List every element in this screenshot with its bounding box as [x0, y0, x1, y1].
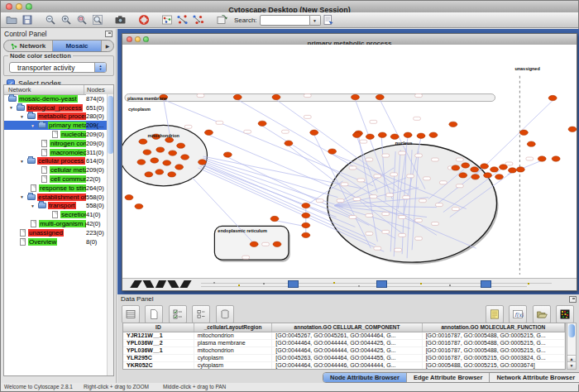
- tree-row[interactable]: secretion41(0): [4, 210, 108, 219]
- save-session-icon[interactable]: [19, 13, 35, 27]
- tree-row[interactable]: unassigned223(0): [4, 228, 108, 237]
- node-color-select[interactable]: transporter activity ▲▼: [9, 62, 107, 73]
- search-dropdown-icon[interactable]: ▼: [310, 15, 321, 26]
- network-node: [538, 156, 546, 161]
- scroll-down-icon[interactable]: ▼: [567, 361, 576, 369]
- node-label-chip: [244, 130, 251, 133]
- table-row[interactable]: YPL036W__1mitochondrion[GO:0044464, GO:0…: [123, 347, 565, 355]
- float-panel-icon[interactable]: [105, 31, 112, 37]
- tree-row[interactable]: ▼primary metabo209(...: [4, 121, 108, 130]
- tree-row[interactable]: multi-organism pro42(0): [4, 219, 108, 228]
- zoom-fit-icon[interactable]: [89, 13, 105, 27]
- node-label-chip: [242, 256, 250, 259]
- import-network-icon[interactable]: [213, 13, 229, 27]
- tab-scroll-right-icon[interactable]: ▶: [102, 41, 113, 51]
- table-cell: mitochondrion: [194, 332, 273, 339]
- tree-row-count: 874(0): [86, 94, 108, 103]
- tab-network[interactable]: Network: [4, 41, 53, 51]
- expand-triangle-icon[interactable]: ▼: [20, 194, 27, 199]
- matrix-icon[interactable]: [556, 305, 574, 323]
- table-row[interactable]: YLR295Ccytoplasm[GO:0045263, GO:0044464,…: [123, 355, 565, 362]
- zoom-in-icon[interactable]: [58, 13, 74, 27]
- notepad-icon[interactable]: [486, 305, 504, 323]
- network-node: [145, 172, 153, 177]
- tree-scrollbar[interactable]: [107, 94, 113, 375]
- tab-edge-attribute-browser[interactable]: Edge Attribute Browser: [407, 373, 490, 382]
- apply-vizmap-icon[interactable]: [190, 13, 206, 27]
- help-icon[interactable]: [136, 13, 151, 27]
- network-view-titlebar[interactable]: primary metabolic process: [122, 34, 577, 45]
- network-node: [302, 232, 310, 237]
- search-input[interactable]: [260, 15, 310, 26]
- tree-row[interactable]: nitrogen compo209(0): [4, 139, 108, 148]
- data-panel-title: Data Panel: [121, 295, 154, 303]
- table-scrollbar[interactable]: ▲ ▼: [567, 323, 577, 370]
- table-column-header[interactable]: _cellularLayoutRegion: [194, 323, 273, 332]
- new-attribute-icon[interactable]: [145, 305, 163, 323]
- formula-builder-icon[interactable]: f(x): [509, 305, 527, 323]
- network-file-icon: [52, 131, 58, 138]
- table-row[interactable]: YPL036W__2plasma membrane[GO:0044464, GO…: [123, 340, 565, 347]
- tab-network-attribute-browser[interactable]: Network Attribute Browser: [490, 373, 579, 382]
- expand-triangle-icon[interactable]: ▼: [31, 123, 38, 128]
- network-node: [156, 170, 164, 174]
- zoom-out-icon[interactable]: [42, 13, 58, 27]
- network-node: [568, 127, 577, 131]
- apply-layout-icon[interactable]: [175, 13, 190, 27]
- tree-row[interactable]: response to stimulu264(0): [4, 184, 108, 193]
- snapshot-icon[interactable]: [112, 13, 128, 27]
- attribute-table[interactable]: ID_cellularLayoutRegionannotation.GO CEL…: [122, 323, 566, 370]
- table-column-header[interactable]: annotation.GO MOLECULAR_FUNCTION: [423, 323, 565, 332]
- attribute-table-icon[interactable]: [122, 305, 140, 323]
- expand-triangle-icon[interactable]: ▼: [20, 159, 27, 164]
- tree-row[interactable]: mosaic-demo-yeast874(0): [4, 94, 108, 103]
- expand-triangle-icon[interactable]: ▼: [9, 105, 17, 110]
- node-label-chip: [341, 183, 348, 186]
- tree-row-count: 264(0): [86, 184, 108, 193]
- expand-triangle-icon[interactable]: ▼: [31, 203, 38, 208]
- zoom-window-button[interactable]: [26, 3, 32, 10]
- tree-col-network[interactable]: Network: [8, 86, 31, 93]
- select-attributes-icon[interactable]: [169, 305, 187, 323]
- table-column-header[interactable]: annotation.GO CELLULAR_COMPONENT: [272, 323, 422, 332]
- delete-attribute-icon[interactable]: [216, 305, 234, 323]
- attribute-mode-icon[interactable]: [192, 305, 210, 323]
- tree-row[interactable]: ▼establishment of lo558(0): [4, 193, 108, 202]
- tree-row-label: cellular process: [37, 157, 85, 165]
- expand-triangle-icon[interactable]: ▼: [20, 114, 27, 119]
- tree-row[interactable]: ▼biological_process651(0): [4, 103, 108, 112]
- network-node: [471, 167, 479, 172]
- zoom-selected-icon[interactable]: [74, 13, 89, 27]
- network-view-icon[interactable]: [159, 13, 175, 27]
- tree-row[interactable]: macromolecule311(0): [4, 148, 108, 157]
- tree-row[interactable]: cellular metabo209(0): [4, 165, 108, 174]
- view-close-button[interactable]: [127, 36, 132, 42]
- compartment-label: mitochondrion: [148, 133, 179, 138]
- tree-row[interactable]: ▼metabolic process280(0): [4, 112, 108, 122]
- float-data-panel-icon[interactable]: [569, 296, 577, 303]
- node-label-chip: [415, 237, 423, 240]
- enhanced-search-icon[interactable]: [321, 13, 337, 27]
- tree-row[interactable]: cell communicat22(0): [4, 174, 108, 184]
- table-row[interactable]: YJR121W__1mitochondrion[GO:0045267, GO:0…: [123, 332, 565, 340]
- open-session-icon[interactable]: [3, 13, 19, 27]
- tree-col-nodes[interactable]: Nodes: [87, 86, 105, 93]
- tree-row[interactable]: Overview8(0): [4, 237, 108, 246]
- tree-row[interactable]: nucleobase-209(0): [4, 130, 108, 139]
- open-attributes-icon[interactable]: [533, 305, 551, 323]
- table-row[interactable]: YKR052Ccytoplasm[GO:0044464, GO:0044446,…: [123, 362, 565, 370]
- network-canvas[interactable]: plasma membranecytoplasmmitochondrionnuc…: [122, 45, 577, 279]
- view-minimize-button[interactable]: [135, 36, 141, 42]
- tree-row[interactable]: ▼cellular process614(0): [4, 157, 108, 166]
- control-panel: Control Panel Network Mosaic ▶ Node colo…: [1, 29, 117, 383]
- view-zoom-button[interactable]: [143, 36, 149, 42]
- minimize-button[interactable]: [16, 3, 22, 10]
- table-cell: [GO:0045267, GO:0045261, GO:0044464, G..…: [272, 332, 422, 339]
- tab-node-attribute-browser[interactable]: Node Attribute Browser: [323, 373, 407, 382]
- table-column-header[interactable]: ID: [123, 323, 194, 332]
- tab-mosaic[interactable]: Mosaic: [53, 41, 102, 51]
- table-cell: [GO:0044464, GO:0044444, GO:0044425, G..…: [272, 347, 422, 354]
- tree-row[interactable]: ▼transport558(0): [4, 202, 108, 211]
- node-label-chip: [216, 121, 223, 124]
- close-button[interactable]: [6, 3, 12, 10]
